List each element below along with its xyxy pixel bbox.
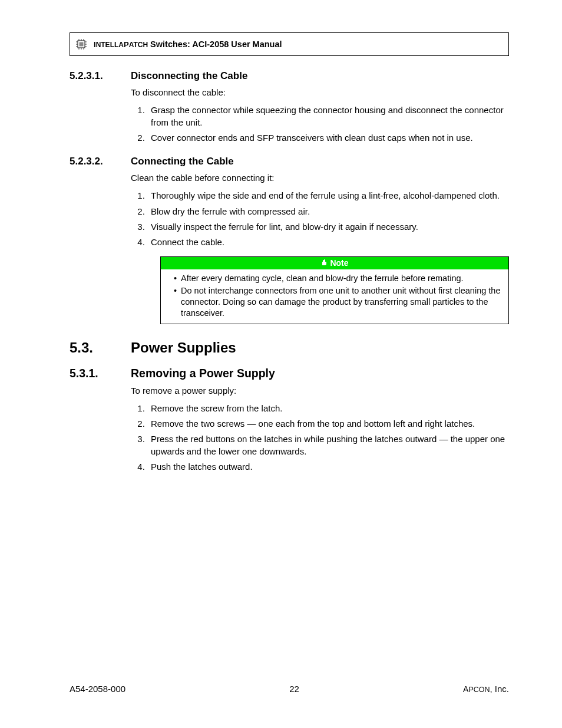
intro-text: To disconnect the cable: xyxy=(131,87,509,98)
list-item: Press the red buttons on the latches in … xyxy=(147,433,509,457)
page-header-box: INTELLAPATCH Switches: ACI-2058 User Man… xyxy=(70,32,509,56)
chip-icon xyxy=(75,38,88,51)
intro-text: To remove a power supply: xyxy=(131,385,509,397)
page-header-text: INTELLAPATCH Switches: ACI-2058 User Man… xyxy=(94,39,282,49)
footer-doc-number: A54-2058-000 xyxy=(70,684,125,694)
list-item: Connect the cable. xyxy=(147,236,509,248)
list-item: Thoroughly wipe the side and end of the … xyxy=(147,190,509,202)
heading-5-2-3-1: 5.2.3.1. Disconnecting the Cable xyxy=(70,70,509,82)
disconnect-steps: Grasp the connector while squeezing the … xyxy=(131,104,509,144)
connect-steps: Thoroughly wipe the side and end of the … xyxy=(131,190,509,248)
list-item: Push the latches outward. xyxy=(147,461,509,473)
heading-5-3: 5.3. Power Supplies xyxy=(70,340,509,356)
list-item: Remove the screw from the latch. xyxy=(147,403,509,414)
note-item: Do not interchange connectors from one u… xyxy=(174,285,504,319)
intro-text: Clean the cable before connecting it: xyxy=(131,172,509,184)
page-footer: A54-2058-000 22 APCON, Inc. xyxy=(70,684,509,694)
svg-rect-1 xyxy=(80,42,84,47)
list-item: Blow dry the ferrule with compressed air… xyxy=(147,206,509,218)
footer-page-number: 22 xyxy=(289,684,299,694)
heading-5-3-1: 5.3.1. Removing a Power Supply xyxy=(70,367,509,380)
note-callout: Note After every demating cycle, clean a… xyxy=(160,256,509,324)
heading-5-2-3-2: 5.2.3.2. Connecting the Cable xyxy=(70,156,509,167)
list-item: Visually inspect the ferrule for lint, a… xyxy=(147,221,509,233)
list-item: Remove the two screws — one each from th… xyxy=(147,418,509,430)
list-item: Grasp the connector while squeezing the … xyxy=(147,104,509,129)
note-item: After every demating cycle, clean and bl… xyxy=(174,273,504,284)
list-item: Cover connector ends and SFP transceiver… xyxy=(147,132,509,144)
remove-psu-steps: Remove the screw from the latch. Remove … xyxy=(131,403,509,473)
note-hand-icon xyxy=(320,258,328,268)
footer-company: APCON, Inc. xyxy=(463,684,509,694)
note-body: After every demating cycle, clean and bl… xyxy=(161,269,508,323)
note-header: Note xyxy=(161,257,508,269)
